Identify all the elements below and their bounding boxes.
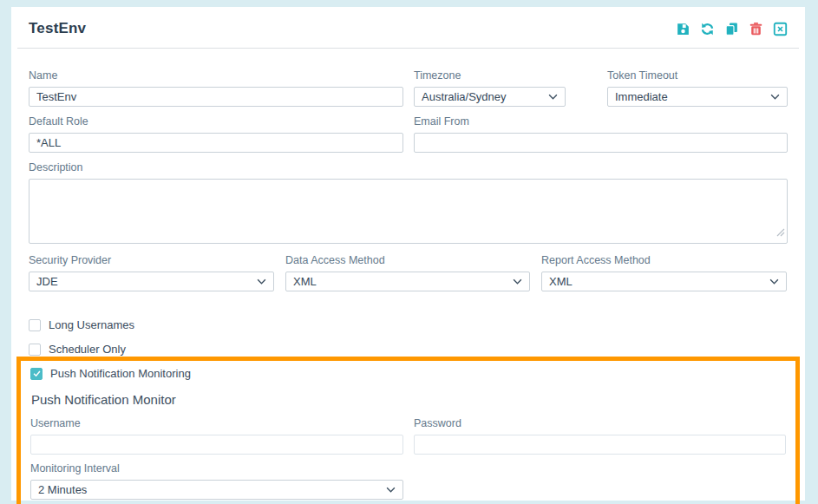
refresh-button[interactable]	[700, 22, 715, 36]
token-timeout-label: Token Timeout	[607, 69, 788, 82]
timezone-value: Australia/Sydney	[422, 90, 507, 103]
panel-header: TestEnv	[29, 7, 788, 37]
report-access-method-select[interactable]: XML	[541, 272, 787, 291]
security-provider-value: JDE	[36, 275, 58, 288]
push-monitor-row-1: Username Password	[30, 417, 786, 455]
chevron-down-icon	[769, 90, 782, 103]
environment-form: Name Timezone Australia/Sydney Token Tim…	[29, 69, 788, 504]
close-icon	[773, 22, 788, 36]
options-section: Long Usernames Scheduler Only	[29, 318, 788, 356]
copy-icon	[724, 22, 739, 36]
monitoring-interval-value: 2 Minutes	[38, 483, 87, 496]
delete-button[interactable]	[749, 22, 763, 36]
push-monitor-heading: Push Notification Monitor	[31, 391, 786, 408]
page-title: TestEnv	[29, 20, 86, 37]
username-label: Username	[30, 417, 403, 430]
description-textarea[interactable]	[29, 179, 788, 244]
environment-panel: TestEnv	[11, 7, 805, 501]
data-access-method-select[interactable]: XML	[285, 272, 530, 291]
form-row-1: Name Timezone Australia/Sydney Token Tim…	[29, 69, 788, 107]
form-row-3: Security Provider JDE Data Access Method…	[29, 254, 788, 291]
copy-button[interactable]	[724, 22, 739, 36]
data-access-method-value: XML	[293, 275, 317, 288]
push-notification-monitoring-checkbox[interactable]	[30, 368, 43, 380]
toolbar	[676, 22, 788, 36]
password-input[interactable]	[414, 435, 786, 455]
long-usernames-checkbox[interactable]	[29, 319, 41, 331]
scheduler-only-checkbox[interactable]	[29, 344, 41, 356]
security-provider-select[interactable]: JDE	[29, 272, 274, 291]
chevron-down-icon	[546, 90, 560, 103]
push-notification-monitoring-row: Push Notification Monitoring	[30, 367, 786, 380]
save-icon	[676, 22, 690, 36]
token-timeout-value: Immediate	[615, 90, 668, 103]
scheduler-only-row: Scheduler Only	[29, 343, 788, 356]
refresh-icon	[700, 22, 715, 36]
timezone-label: Timezone	[414, 69, 566, 82]
save-button[interactable]	[676, 22, 690, 36]
report-access-method-label: Report Access Method	[541, 254, 787, 267]
name-input[interactable]	[29, 87, 403, 107]
password-label: Password	[414, 417, 786, 430]
push-monitor-row-2: Monitoring Interval 2 Minutes	[30, 462, 786, 500]
username-input[interactable]	[30, 435, 403, 455]
chevron-down-icon	[511, 275, 524, 288]
chevron-down-icon	[255, 275, 268, 288]
token-timeout-select[interactable]: Immediate	[607, 87, 788, 107]
timezone-select[interactable]: Australia/Sydney	[414, 87, 566, 107]
monitoring-interval-label: Monitoring Interval	[30, 462, 403, 475]
checkmark-icon	[32, 369, 42, 378]
email-from-input[interactable]	[414, 133, 788, 153]
header-divider	[17, 48, 799, 49]
delete-icon	[749, 22, 763, 36]
long-usernames-row: Long Usernames	[29, 318, 788, 331]
security-provider-label: Security Provider	[29, 254, 274, 267]
default-role-input[interactable]	[29, 133, 403, 153]
monitoring-interval-select[interactable]: 2 Minutes	[30, 480, 403, 500]
scheduler-only-label: Scheduler Only	[49, 343, 126, 356]
push-notification-monitoring-label: Push Notification Monitoring	[50, 367, 191, 380]
description-label: Description	[29, 161, 788, 174]
resize-grip-icon[interactable]	[776, 225, 785, 240]
push-monitor-highlight: Push Notification Monitoring Push Notifi…	[16, 357, 800, 504]
default-role-label: Default Role	[29, 115, 403, 128]
close-button[interactable]	[773, 22, 788, 36]
report-access-method-value: XML	[549, 275, 573, 288]
data-access-method-label: Data Access Method	[285, 254, 530, 267]
form-row-2: Default Role Email From	[29, 115, 788, 153]
chevron-down-icon	[384, 483, 397, 496]
description-row: Description	[29, 161, 788, 244]
name-label: Name	[29, 69, 403, 82]
long-usernames-label: Long Usernames	[49, 318, 134, 331]
email-from-label: Email From	[414, 115, 788, 128]
chevron-down-icon	[768, 275, 781, 288]
